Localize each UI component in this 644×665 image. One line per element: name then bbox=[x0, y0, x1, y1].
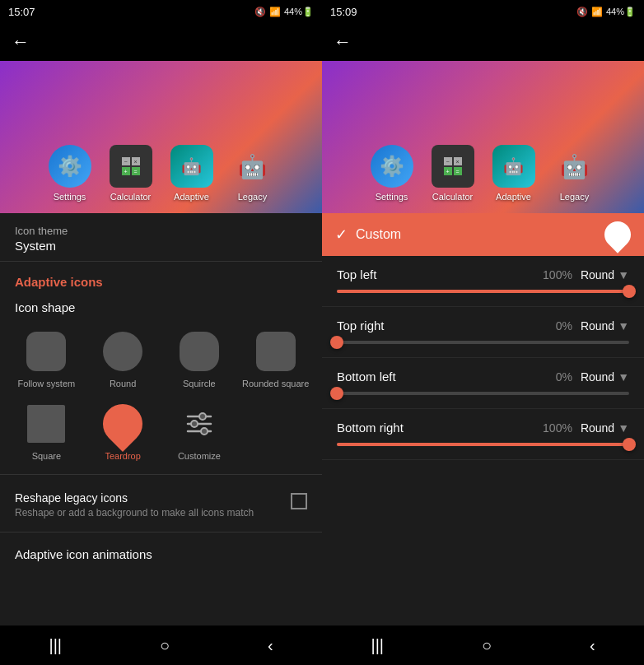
shape-customize-label: Customize bbox=[178, 451, 221, 461]
corner-bottom-right-slider[interactable] bbox=[337, 443, 629, 446]
right-panel: 15:09 🔇 📶 44%🔋 ← ⚙️ Settings − × bbox=[322, 0, 644, 665]
custom-bar[interactable]: ✓ Custom bbox=[322, 213, 644, 256]
right-time: 15:09 bbox=[330, 6, 357, 18]
corner-bottom-right-fill bbox=[337, 443, 629, 446]
corner-bottom-left-thumb bbox=[330, 387, 343, 400]
left-status-bar: 15:07 🔇 📶 44%🔋 bbox=[0, 0, 322, 23]
shape-round-label: Round bbox=[110, 379, 136, 388]
left-calculator-icon-wrap: − × + = Calculator bbox=[110, 145, 152, 202]
custom-label: Custom bbox=[356, 227, 596, 242]
left-legacy-label: Legacy bbox=[238, 192, 267, 202]
shape-teardrop-preview bbox=[100, 402, 145, 446]
right-legacy-icon-wrap: 🤖 Legacy bbox=[553, 145, 596, 202]
corner-top-right-dropdown[interactable]: Round ▼ bbox=[581, 319, 629, 332]
left-hero-area: ⚙️ Settings − × + = Calculator 🤖 bbox=[0, 61, 322, 213]
right-signal-icon: 📶 bbox=[591, 7, 603, 17]
left-back-button[interactable]: ← bbox=[12, 31, 30, 53]
left-nav-back[interactable]: ‹ bbox=[251, 630, 290, 662]
corner-bottom-left-type: Round bbox=[581, 370, 614, 384]
corner-top-right-name: Top right bbox=[337, 319, 385, 332]
corner-top-right-header: Top right 0% Round ▼ bbox=[337, 319, 629, 332]
right-adaptive-icon-wrap: 🤖 Adaptive bbox=[492, 145, 535, 202]
corner-top-right-row: Top right 0% Round ▼ bbox=[322, 307, 644, 358]
icon-theme-value: System bbox=[15, 239, 307, 253]
corner-bottom-left-arrow-icon: ▼ bbox=[618, 370, 629, 384]
left-nav-home[interactable]: ○ bbox=[143, 630, 186, 662]
right-nav-recent[interactable]: ||| bbox=[354, 630, 400, 662]
shape-squircle[interactable]: Squircle bbox=[161, 323, 238, 395]
shape-round[interactable]: Round bbox=[85, 323, 161, 395]
adaptive-animations-section: Adaptive icon animations bbox=[0, 536, 322, 566]
svg-point-5 bbox=[201, 428, 208, 435]
shape-rounded-square-preview bbox=[254, 329, 298, 374]
icon-theme-section: Icon theme System bbox=[0, 213, 322, 258]
right-legacy-label: Legacy bbox=[560, 192, 589, 202]
shape-customize-shape bbox=[181, 406, 217, 442]
corner-bottom-left-slider[interactable] bbox=[337, 392, 629, 395]
right-back-button[interactable]: ← bbox=[334, 31, 352, 53]
left-settings-icon: ⚙️ bbox=[49, 145, 91, 188]
corner-top-right-slider[interactable] bbox=[337, 341, 629, 344]
adaptive-icons-title: Adaptive icons bbox=[0, 265, 322, 294]
left-adaptive-icon: 🤖 bbox=[170, 145, 213, 188]
corner-bottom-left-dropdown[interactable]: Round ▼ bbox=[581, 370, 629, 384]
right-nav-back[interactable]: ‹ bbox=[573, 630, 612, 662]
corner-top-left-header: Top left 100% Round ▼ bbox=[337, 267, 629, 281]
left-battery-icon: 44%🔋 bbox=[284, 7, 314, 17]
right-settings-icon: ⚙️ bbox=[371, 145, 413, 188]
corner-bottom-left-pct: 0% bbox=[556, 370, 572, 384]
right-mute-icon: 🔇 bbox=[576, 7, 588, 17]
reshape-title: Reshape legacy icons bbox=[15, 491, 254, 505]
customize-sliders-icon bbox=[184, 409, 214, 439]
corner-top-left-fill bbox=[337, 290, 629, 293]
corner-bottom-right-name: Bottom right bbox=[337, 421, 404, 435]
shape-squircle-label: Squircle bbox=[183, 379, 216, 388]
corner-bottom-right-dropdown[interactable]: Round ▼ bbox=[581, 421, 629, 435]
corner-top-left-row: Top left 100% Round ▼ bbox=[322, 256, 644, 307]
shape-teardrop[interactable]: Teardrop bbox=[85, 395, 161, 467]
left-calculator-label: Calculator bbox=[110, 192, 152, 202]
shape-squircle-preview bbox=[177, 329, 222, 374]
shape-teardrop-shape bbox=[95, 396, 151, 452]
reshape-checkbox[interactable] bbox=[291, 493, 307, 509]
reshape-desc: Reshape or add a background to make all … bbox=[15, 507, 254, 519]
shape-follow[interactable]: Follow system bbox=[8, 323, 85, 395]
shape-rounded-square[interactable]: Rounded square bbox=[237, 323, 314, 395]
right-top-bar: ← bbox=[322, 23, 644, 61]
right-adaptive-icon: 🤖 bbox=[492, 145, 535, 188]
shape-follow-shape bbox=[26, 332, 66, 371]
left-nav-recent[interactable]: ||| bbox=[32, 630, 78, 662]
right-calculator-icon-wrap: − × + = Calculator bbox=[432, 145, 474, 202]
shape-teardrop-label: Teardrop bbox=[105, 451, 140, 461]
left-signal-icon: 📶 bbox=[269, 7, 281, 17]
shape-customize[interactable]: Customize bbox=[161, 395, 238, 467]
corner-bottom-right-pct: 100% bbox=[543, 421, 572, 435]
left-panel: 15:07 🔇 📶 44%🔋 ← ⚙️ Settings − × bbox=[0, 0, 322, 665]
right-calculator-icon: − × + = bbox=[432, 145, 474, 188]
corner-top-right-type: Round bbox=[581, 319, 614, 332]
corner-top-right-thumb bbox=[330, 336, 343, 349]
corner-top-left-arrow-icon: ▼ bbox=[618, 268, 629, 281]
right-hero-icons: ⚙️ Settings − × + = Calculator 🤖 bbox=[371, 145, 596, 202]
left-mute-icon: 🔇 bbox=[254, 7, 266, 17]
shape-square-label: Square bbox=[32, 451, 61, 461]
corner-bottom-left-name: Bottom left bbox=[337, 370, 396, 384]
right-hero-area: ⚙️ Settings − × + = Calculator 🤖 bbox=[322, 61, 644, 213]
shape-round-preview bbox=[100, 329, 145, 374]
corner-top-left-dropdown[interactable]: Round ▼ bbox=[581, 268, 629, 281]
left-top-bar: ← bbox=[0, 23, 322, 61]
right-nav-home[interactable]: ○ bbox=[465, 630, 508, 662]
shape-square[interactable]: Square bbox=[8, 395, 85, 467]
left-hero-icons: ⚙️ Settings − × + = Calculator 🤖 bbox=[49, 145, 274, 202]
right-status-bar: 15:09 🔇 📶 44%🔋 bbox=[322, 0, 644, 23]
corner-top-left-pct: 100% bbox=[543, 268, 572, 281]
left-settings-label: Settings bbox=[54, 192, 86, 202]
divider-3 bbox=[0, 532, 322, 532]
shape-squircle-shape bbox=[180, 332, 219, 371]
custom-shape-preview bbox=[599, 216, 636, 253]
corner-bottom-right-arrow-icon: ▼ bbox=[618, 421, 629, 435]
corner-top-left-name: Top left bbox=[337, 267, 376, 281]
shape-follow-preview bbox=[24, 329, 68, 374]
corner-top-left-slider[interactable] bbox=[337, 290, 629, 293]
corner-bottom-right-type: Round bbox=[581, 421, 614, 435]
